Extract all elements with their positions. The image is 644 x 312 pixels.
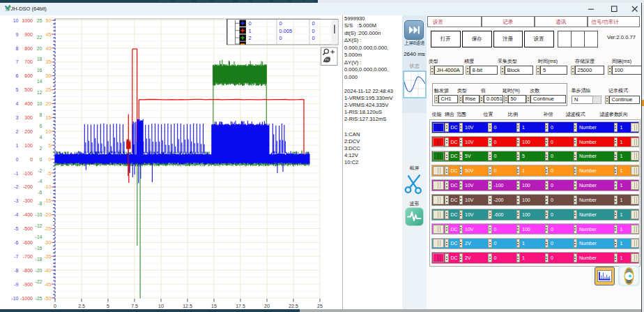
svg-text:30: 30 [46,73,52,78]
svg-text:0: 0 [16,157,19,162]
svg-text:-14: -14 [35,235,42,239]
svg-text:20: 20 [46,101,52,106]
svg-text:-6: -6 [14,240,18,245]
svg-text:-6: -6 [38,190,42,195]
svg-text:-2: -2 [38,168,42,173]
svg-text:-300: -300 [23,198,33,203]
svg-text:0: 0 [279,20,282,27]
svg-text:22.5: 22.5 [289,304,298,309]
svg-text:500: 500 [24,87,33,92]
svg-text:2: 2 [16,129,19,134]
svg-text:7: 7 [16,59,19,64]
svg-text:-10: -10 [35,212,42,217]
svg-text:2: 2 [40,146,43,151]
svg-text:-5: -5 [47,171,51,176]
svg-text:-800: -800 [23,268,33,273]
svg-text:800: 800 [24,46,33,51]
svg-text:5: 5 [107,304,109,309]
svg-text:0: 0 [249,20,252,27]
svg-text:400: 400 [24,101,33,106]
svg-text:45: 45 [46,32,52,37]
svg-text:-8: -8 [14,268,18,273]
svg-text:3: 3 [16,115,19,120]
svg-text:700: 700 [24,59,33,64]
svg-text:5: 5 [16,87,19,92]
svg-text:1000: 1000 [22,18,33,23]
svg-text:-16: -16 [35,246,42,251]
svg-text:6: 6 [40,124,43,128]
svg-text:-400: -400 [23,212,33,217]
svg-text:17.5: 17.5 [236,304,245,309]
svg-text:900: 900 [24,32,33,37]
svg-text:9: 9 [16,32,19,37]
svg-text:-1: -1 [14,171,18,176]
svg-text:2.5: 2.5 [78,304,85,309]
svg-text:0: 0 [312,28,315,34]
svg-text:-700: -700 [23,254,33,259]
svg-text:-15: -15 [44,198,51,203]
svg-text:100: 100 [24,143,33,148]
svg-text:-7: -7 [14,254,18,259]
svg-text:8: 8 [40,112,43,117]
svg-text:-100: -100 [23,171,33,176]
svg-text:-12: -12 [35,223,42,228]
svg-text:14: 14 [37,79,43,84]
svg-text:-10: -10 [11,296,18,301]
svg-text:-22: -22 [35,279,42,284]
svg-text:0: 0 [279,35,282,41]
svg-text:-45: -45 [44,282,51,287]
svg-text:300: 300 [24,115,33,120]
svg-text:20: 20 [264,304,270,309]
svg-text:-600: -600 [23,240,33,245]
svg-text:25: 25 [317,304,323,309]
svg-text:1: 1 [16,143,19,148]
svg-text:1: 1 [249,28,252,34]
svg-text:0: 0 [312,20,315,27]
svg-text:15: 15 [46,115,52,120]
svg-text:-30: -30 [44,240,51,245]
svg-text:-25: -25 [44,226,51,231]
svg-text:-18: -18 [35,257,42,262]
svg-text:10: 10 [46,129,52,134]
svg-text:5: 5 [48,143,51,148]
svg-text:-1000: -1000 [20,296,33,301]
svg-text:0: 0 [312,35,315,41]
svg-text:16: 16 [37,68,43,73]
svg-text:40: 40 [46,46,52,51]
svg-text:200: 200 [24,129,33,134]
svg-text:-35: -35 [44,254,51,259]
svg-text:22: 22 [37,35,43,40]
svg-text:12: 12 [37,90,43,95]
svg-text:-8: -8 [38,201,42,206]
svg-text:50: 50 [46,18,52,23]
svg-text:-50: -50 [44,296,51,301]
svg-text:15: 15 [211,304,217,309]
svg-text:0: 0 [54,304,56,309]
svg-text:10: 10 [13,18,19,23]
svg-text:4: 4 [40,135,43,140]
svg-text:0: 0 [30,157,33,162]
svg-text:18: 18 [37,57,43,61]
svg-text:10: 10 [37,101,43,106]
svg-text:-900: -900 [23,282,33,287]
svg-text:-10: -10 [44,184,51,189]
svg-text:25: 25 [37,18,43,23]
svg-text:-5: -5 [14,226,18,231]
svg-text:4: 4 [16,101,19,106]
svg-text:600: 600 [24,73,33,78]
svg-text:20: 20 [37,46,43,51]
svg-text:-9: -9 [14,282,18,287]
svg-text:-3: -3 [14,198,18,203]
svg-text:-40: -40 [44,268,51,273]
svg-text:8: 8 [16,46,19,51]
svg-text:2: 2 [249,35,252,41]
svg-text:-200: -200 [23,184,33,189]
svg-text:-20: -20 [44,212,51,217]
svg-text:-500: -500 [23,226,33,231]
svg-text:35: 35 [46,59,52,64]
svg-text:-25: -25 [35,296,42,301]
svg-text:0: 0 [48,157,51,162]
svg-text:-20: -20 [35,268,42,273]
svg-text:-4: -4 [14,212,18,217]
svg-text:-4: -4 [38,179,42,184]
